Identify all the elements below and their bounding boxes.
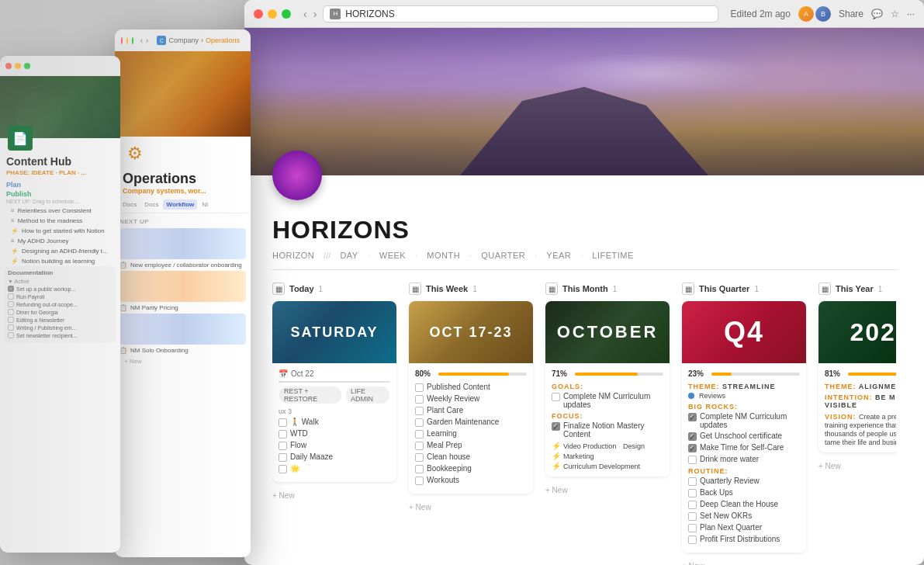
maximize-button[interactable] xyxy=(282,9,291,19)
nav-day[interactable]: DAY xyxy=(340,251,358,260)
card-year-body: 81% THEME: ALIGNMENT INTENTION: Be more … xyxy=(818,363,896,452)
today-new-btn[interactable]: + New xyxy=(272,488,396,503)
comment-icon[interactable]: 💬 xyxy=(871,9,883,19)
task-dailymaaze-check[interactable] xyxy=(279,453,287,462)
col-year-count: 1 xyxy=(878,285,883,293)
routine-okrs-check[interactable] xyxy=(688,512,697,521)
task-bookkeeping-check[interactable] xyxy=(415,465,424,473)
content-close[interactable] xyxy=(5,63,12,69)
nav-lifetime[interactable]: LIFETIME xyxy=(592,251,634,260)
content-doc-check-2[interactable] xyxy=(8,293,14,300)
card-month[interactable]: OCTOBER 71% GOALS: xyxy=(545,301,670,477)
ops-sep: › xyxy=(201,36,203,44)
more-icon[interactable]: ··· xyxy=(907,9,915,19)
share-button[interactable]: Share xyxy=(839,9,863,19)
routine-next-quarter-check[interactable] xyxy=(688,524,697,532)
task-meal-check[interactable] xyxy=(415,442,424,450)
ops-tab-docs2[interactable]: Docs xyxy=(141,199,161,210)
focus-notion: ✓ Finalize Notion Mastery Content xyxy=(552,421,663,438)
card-week[interactable]: OCT 17-23 80% Published Con xyxy=(409,301,533,494)
ops-back[interactable]: ‹ xyxy=(140,36,143,45)
content-label-4: My ADHD Journey xyxy=(18,237,69,244)
ops-tab-ni[interactable]: NI xyxy=(199,199,211,210)
rock-nm-check[interactable]: ✓ xyxy=(688,413,697,421)
col-quarter-icon: ▦ xyxy=(682,282,694,295)
content-minimize[interactable] xyxy=(15,63,21,69)
col-year-title: This Year xyxy=(836,284,874,293)
ops-tab-workflow[interactable]: Workflow xyxy=(163,199,197,210)
card-month-image: OCTOBER xyxy=(545,301,670,363)
card-quarter[interactable]: Q4 23% THEME: STREAMLINE xyxy=(682,301,806,553)
nav-week[interactable]: WEEK xyxy=(379,251,406,260)
task-plant-check[interactable] xyxy=(415,407,424,415)
card-quarter-image: Q4 xyxy=(682,301,806,363)
skills-row: ⚡ Video Production · Design ⚡ Marketing xyxy=(552,442,663,470)
ops-maximize[interactable] xyxy=(132,37,133,44)
routine-profit-check[interactable] xyxy=(688,536,697,544)
quarter-new-btn[interactable]: + New xyxy=(682,559,806,565)
blue-dot xyxy=(688,393,694,399)
task-workouts-check[interactable] xyxy=(415,477,424,485)
week-new-btn[interactable]: + New xyxy=(409,500,533,515)
focus-label: FOCUS: xyxy=(552,412,663,420)
content-maximize[interactable] xyxy=(24,63,30,69)
ops-minimize[interactable] xyxy=(126,37,128,44)
content-doc-check-1[interactable]: ✓ xyxy=(8,286,14,292)
nav-month[interactable]: MONTH xyxy=(427,251,460,260)
routine-backup-check[interactable] xyxy=(688,489,697,497)
ops-tab-docs1[interactable]: Docs xyxy=(119,199,140,210)
card-year[interactable]: 2022 81% THEME: ALIGNMENT INTENTION: Be … xyxy=(818,301,896,452)
routine-quarterly-check[interactable] xyxy=(688,477,697,486)
bookmark-icon[interactable]: ☆ xyxy=(891,9,899,19)
ops-forward[interactable]: › xyxy=(146,36,148,45)
nav-quarter[interactable]: QUARTER xyxy=(481,251,525,260)
task-plant: Plant Care xyxy=(415,406,527,415)
quarter-progress-bg xyxy=(711,373,800,376)
close-button[interactable] xyxy=(254,9,263,19)
content-doc-label-6: Writing / Publishing em... xyxy=(16,325,76,331)
rock-selfcare-check[interactable]: ✓ xyxy=(688,444,697,452)
content-doc-check-6[interactable] xyxy=(8,324,14,331)
nav-year[interactable]: YEAR xyxy=(546,251,571,260)
content-doc-check-7[interactable] xyxy=(8,332,14,338)
rock-nm-label: Complete NM Curriculum updates xyxy=(700,412,800,429)
task-workouts: Workouts xyxy=(415,476,527,485)
month-new-btn[interactable]: + New xyxy=(545,483,670,497)
task-walk-check[interactable] xyxy=(279,418,287,427)
task-clean-check[interactable] xyxy=(415,453,424,462)
content-phase-label: PHASE: xyxy=(6,169,29,176)
task-garden-check[interactable] xyxy=(415,418,424,427)
task-learning-check[interactable] xyxy=(415,430,424,438)
content-doc-check-4[interactable] xyxy=(8,309,14,315)
url-bar[interactable]: H HORIZONS xyxy=(323,5,718,23)
rock-water-check[interactable] xyxy=(688,456,697,464)
task-wtd-check[interactable] xyxy=(279,430,287,438)
content-doc-item-1: ✓ Set up a public worksp... xyxy=(8,286,112,292)
routine-deepclean-check[interactable] xyxy=(688,501,697,509)
col-quarter-count: 1 xyxy=(754,285,759,293)
goal-nm-check[interactable] xyxy=(552,393,560,401)
forward-icon[interactable]: › xyxy=(313,8,317,20)
rock-unschool-check[interactable]: ✓ xyxy=(688,432,697,441)
content-doc-check-3[interactable] xyxy=(8,301,14,307)
task-published-check[interactable] xyxy=(415,383,424,392)
focus-notion-check[interactable]: ✓ xyxy=(552,422,560,431)
ops-close[interactable] xyxy=(121,37,123,44)
card-today[interactable]: SATURDAY 📅 Oct 22 REST + RESTORE LIFE AD… xyxy=(272,301,396,482)
year-new-btn[interactable]: + New xyxy=(818,459,896,473)
col-week-header: ▦ This Week 1 xyxy=(409,282,533,295)
page-title: HORIZONS xyxy=(272,216,896,244)
month-pct: 71% xyxy=(552,369,570,378)
task-flow-check[interactable] xyxy=(279,442,287,450)
back-icon[interactable]: ‹ xyxy=(303,8,307,20)
task-weekly-review-check[interactable] xyxy=(415,395,424,404)
goal-nm: Complete NM Curriculum updates xyxy=(552,392,663,409)
nav-horizon[interactable]: HORIZON xyxy=(272,251,314,260)
ops-breadcrumb-ops: Operations xyxy=(206,36,240,44)
task-star-check[interactable] xyxy=(279,465,287,473)
content-doc-check-5[interactable] xyxy=(8,317,14,323)
month-progress: 71% xyxy=(552,369,663,378)
minimize-button[interactable] xyxy=(268,9,277,19)
ops-new-btn[interactable]: + New xyxy=(119,356,246,366)
rock-selfcare: ✓ Make Time for Self-Care xyxy=(688,443,800,452)
